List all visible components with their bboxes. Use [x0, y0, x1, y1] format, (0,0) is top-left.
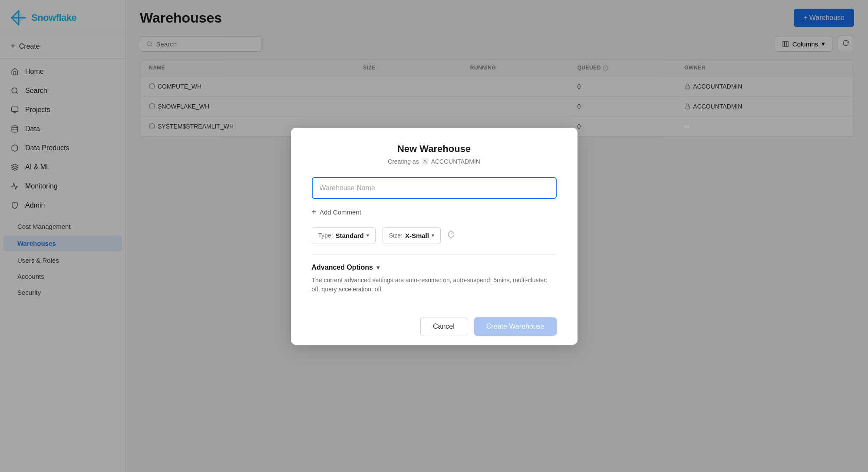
size-dropdown[interactable]: Size: X-Small ▾: [383, 227, 441, 244]
advanced-options-chevron-icon: ▾: [376, 264, 380, 271]
role-name: ACCOUNTADMIN: [431, 158, 480, 165]
size-label: Size:: [389, 232, 403, 239]
create-warehouse-button[interactable]: Create Warehouse: [474, 317, 557, 336]
options-row: Type: Standard ▾ Size: X-Small ▾: [312, 227, 557, 244]
svg-point-20: [424, 160, 426, 161]
type-value: Standard: [336, 232, 364, 239]
size-chevron-icon: ▾: [432, 232, 434, 238]
modal-subtitle: Creating as ACCOUNTADMIN: [312, 158, 557, 165]
type-label: Type:: [318, 232, 333, 239]
add-comment-plus-icon: +: [312, 208, 317, 217]
advanced-options-label: Advanced Options: [312, 264, 373, 271]
modal-footer: Cancel Create Warehouse: [291, 308, 578, 345]
warehouse-name-input[interactable]: [312, 177, 557, 199]
type-dropdown[interactable]: Type: Standard ▾: [312, 227, 376, 244]
advanced-options-desc: The current advanced settings are auto-r…: [312, 276, 557, 294]
modal-body: New Warehouse Creating as ACCOUNTADMIN +…: [291, 128, 578, 308]
modal-title: New Warehouse: [312, 143, 557, 155]
new-warehouse-modal: New Warehouse Creating as ACCOUNTADMIN +…: [291, 128, 578, 345]
divider: [312, 254, 557, 255]
modal-overlay[interactable]: New Warehouse Creating as ACCOUNTADMIN +…: [0, 0, 868, 472]
type-chevron-icon: ▾: [366, 232, 369, 238]
creating-as-text: Creating as: [388, 158, 419, 165]
size-info-icon[interactable]: [448, 231, 455, 240]
role-icon: [422, 158, 429, 165]
size-value: X-Small: [405, 232, 429, 239]
add-comment-row[interactable]: + Add Comment: [312, 208, 557, 217]
cancel-button[interactable]: Cancel: [420, 317, 467, 336]
advanced-options-toggle[interactable]: Advanced Options ▾: [312, 264, 557, 271]
add-comment-label: Add Comment: [320, 208, 361, 216]
